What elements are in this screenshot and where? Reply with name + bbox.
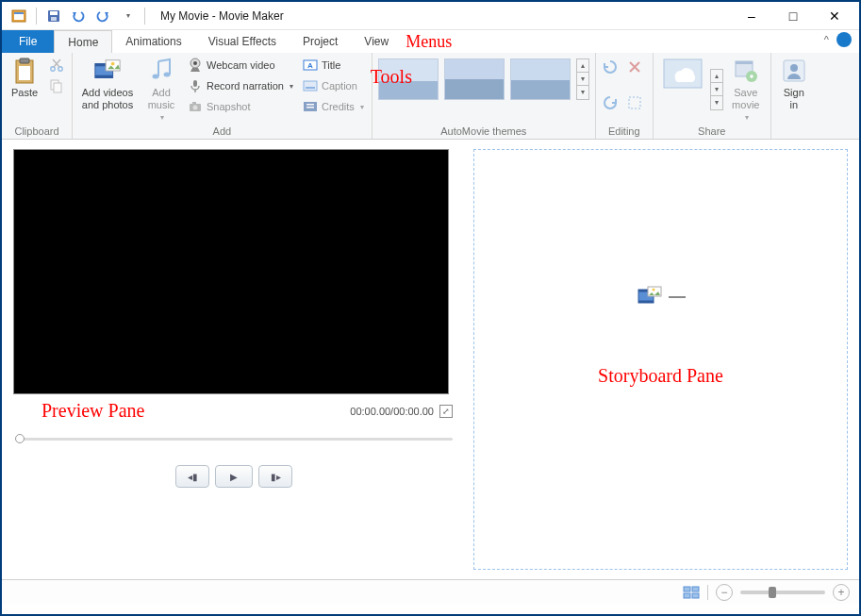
thumbnail-view-button[interactable] [683,585,700,600]
rotate-left-button[interactable] [600,57,621,77]
zoom-out-button[interactable]: − [716,584,733,601]
tab-view[interactable]: View [351,30,402,53]
separator [36,8,37,25]
chevron-down-icon: ▾ [360,103,364,111]
svg-rect-46 [692,587,699,591]
svg-rect-47 [684,593,690,598]
share-cloud-button[interactable] [657,55,708,96]
theme-thumbnail[interactable] [444,58,505,100]
file-tab[interactable]: File [2,30,54,53]
clipboard-icon [10,57,39,85]
play-button[interactable]: ▶ [215,465,253,488]
caption-icon [303,78,318,93]
scissors-icon [49,58,64,73]
microphone-icon [188,78,203,93]
ribbon: Paste Clipboard Add videos and photos Ad… [2,53,859,140]
gallery-scroll-up[interactable]: ▴ [711,70,722,83]
next-frame-button[interactable]: ▮▸ [258,465,292,488]
share-gallery-scroll: ▴ ▾ ▾ [710,69,723,110]
redo-button[interactable] [91,6,114,26]
delete-x-icon [626,58,643,76]
save-movie-button[interactable]: Save movie▾ [725,55,767,124]
add-videos-photos-button[interactable]: Add videos and photos [76,55,139,113]
svg-rect-33 [629,97,640,108]
svg-rect-7 [20,58,29,63]
fullscreen-button[interactable]: ⤢ [439,405,453,418]
tab-visual-effects[interactable]: Visual Effects [195,30,290,53]
paste-label: Paste [11,87,38,98]
chevron-down-icon: ▾ [160,113,164,122]
theme-thumbnail[interactable] [378,58,439,100]
credits-button[interactable]: Credits▾ [299,96,368,117]
gallery-scroll-down[interactable]: ▾ [577,73,588,86]
svg-rect-8 [19,66,30,80]
copy-button[interactable] [45,75,68,96]
zoom-slider[interactable] [740,591,825,594]
narration-label: Record narration [207,80,284,92]
theme-thumbnail[interactable] [510,58,571,100]
sign-in-button[interactable]: Sign in [775,55,813,113]
zoom-thumb[interactable] [769,587,776,598]
svg-point-21 [193,61,197,65]
group-add: Add videos and photos Add music▾ Webcam … [73,53,373,139]
snapshot-button[interactable]: Snapshot [184,96,297,117]
add-videos-label: Add videos and photos [82,87,133,111]
group-label: Clipboard [6,124,68,139]
add-music-button[interactable]: Add music▾ [141,55,182,124]
cloud-icon [662,57,704,94]
close-button[interactable]: ✕ [814,3,855,29]
cut-button[interactable] [45,55,68,75]
svg-rect-42 [638,300,654,303]
preview-video[interactable] [13,149,449,394]
tab-project[interactable]: Project [290,30,351,53]
webcam-video-button[interactable]: Webcam video [184,55,297,75]
select-all-button[interactable] [624,92,645,113]
caption-button[interactable]: Caption [299,75,368,96]
group-label: Editing [600,124,649,139]
title-button[interactable]: ATitle [299,55,368,75]
storyboard-placeholder [637,286,686,308]
annotation-storyboard: Storyboard Pane [598,365,723,387]
credits-label: Credits [322,101,355,112]
zoom-in-button[interactable]: + [833,584,850,601]
minimize-button[interactable]: – [731,3,772,29]
title-label: Title [322,59,340,71]
select-all-icon [626,93,643,112]
paste-button[interactable]: Paste [6,55,43,100]
help-button[interactable]: ? [836,32,852,47]
storyboard-pane[interactable]: Storyboard Pane [473,149,848,570]
svg-point-18 [153,75,159,79]
svg-rect-22 [193,80,197,87]
record-narration-button[interactable]: Record narration▾ [184,75,297,96]
filmstrip-icon [637,286,663,308]
group-share: ▴ ▾ ▾ Save movie▾ Share [654,53,771,139]
camera-icon [188,99,203,114]
chevron-down-icon: ▾ [745,113,749,122]
delete-button[interactable] [624,57,645,77]
rotate-left-icon [602,58,619,76]
gallery-scroll-down[interactable]: ▾ [711,83,722,96]
svg-text:A: A [307,61,313,70]
save-button[interactable] [42,6,65,26]
status-bar: − + [2,579,859,604]
gallery-expand[interactable]: ▾ [577,86,588,99]
qat-customize[interactable]: ▾ [116,6,139,26]
group-clipboard: Paste Clipboard [2,53,73,139]
maximize-button[interactable]: □ [772,3,814,29]
tab-animations[interactable]: Animations [112,30,194,53]
svg-rect-28 [304,81,317,91]
prev-frame-button[interactable]: ◂▮ [175,465,209,488]
gallery-expand[interactable]: ▾ [711,96,722,109]
seek-slider[interactable] [15,433,453,444]
chevron-down-icon: ▾ [126,11,130,20]
group-signin: Sign in [771,53,817,139]
film-save-icon [732,57,760,85]
seek-thumb[interactable] [15,434,25,443]
person-icon [780,57,808,85]
svg-rect-15 [95,75,113,78]
undo-button[interactable] [67,6,90,26]
gallery-scroll-up[interactable]: ▴ [577,59,588,73]
tab-home[interactable]: Home [54,30,112,53]
rotate-right-button[interactable] [600,92,621,113]
collapse-ribbon-button[interactable]: ^ [824,34,829,45]
